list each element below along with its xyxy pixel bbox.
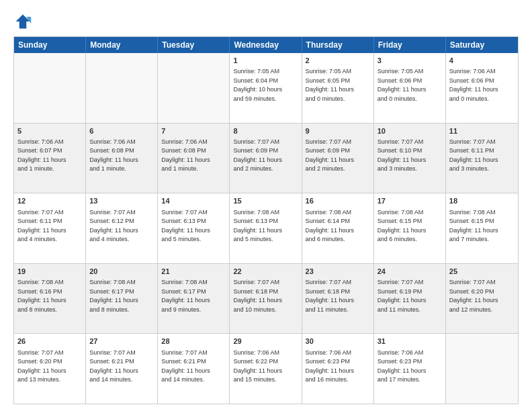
cell-info: Sunrise: 7:07 AMSunset: 6:18 PMDaylight:… — [233, 278, 298, 314]
calendar-cell — [14, 53, 86, 123]
day-number: 22 — [233, 267, 298, 277]
calendar-cell: 26Sunrise: 7:07 AMSunset: 6:20 PMDayligh… — [14, 334, 86, 404]
calendar-week-3: 12Sunrise: 7:07 AMSunset: 6:11 PMDayligh… — [14, 193, 518, 263]
day-number: 3 — [378, 56, 442, 66]
calendar-cell: 12Sunrise: 7:07 AMSunset: 6:11 PMDayligh… — [14, 193, 86, 263]
cell-info: Sunrise: 7:07 AMSunset: 6:21 PMDaylight:… — [89, 349, 154, 385]
day-number: 29 — [233, 336, 298, 347]
cell-info: Sunrise: 7:07 AMSunset: 6:11 PMDaylight:… — [449, 138, 515, 174]
day-number: 24 — [378, 267, 442, 277]
cell-info: Sunrise: 7:08 AMSunset: 6:15 PMDaylight:… — [449, 208, 515, 244]
day-number: 11 — [449, 126, 515, 136]
day-number: 9 — [306, 126, 370, 136]
calendar-cell: 2Sunrise: 7:05 AMSunset: 6:05 PMDaylight… — [302, 53, 374, 123]
day-number: 1 — [233, 56, 298, 66]
calendar-cell: 22Sunrise: 7:07 AMSunset: 6:18 PMDayligh… — [230, 264, 302, 334]
cell-info: Sunrise: 7:06 AMSunset: 6:08 PMDaylight:… — [89, 138, 154, 174]
calendar-cell: 14Sunrise: 7:07 AMSunset: 6:13 PMDayligh… — [158, 193, 230, 263]
day-number: 6 — [89, 126, 154, 136]
header-day-thursday: Thursday — [302, 37, 374, 53]
calendar-cell: 9Sunrise: 7:07 AMSunset: 6:09 PMDaylight… — [302, 124, 374, 193]
day-number: 18 — [449, 196, 515, 206]
day-number: 26 — [17, 336, 82, 347]
calendar-week-2: 5Sunrise: 7:06 AMSunset: 6:07 PMDaylight… — [14, 123, 518, 193]
calendar-cell: 30Sunrise: 7:06 AMSunset: 6:23 PMDayligh… — [302, 334, 374, 404]
day-number: 5 — [17, 126, 82, 136]
header-day-wednesday: Wednesday — [230, 37, 302, 53]
cell-info: Sunrise: 7:08 AMSunset: 6:17 PMDaylight:… — [161, 278, 226, 314]
calendar-week-4: 19Sunrise: 7:08 AMSunset: 6:16 PMDayligh… — [14, 263, 518, 334]
day-number: 15 — [233, 196, 298, 206]
day-number: 30 — [306, 336, 370, 347]
day-number: 8 — [233, 126, 298, 136]
calendar-cell — [86, 53, 158, 123]
calendar-header: SundayMondayTuesdayWednesdayThursdayFrid… — [14, 37, 518, 53]
day-number: 12 — [17, 196, 82, 206]
header — [13, 12, 519, 31]
calendar-cell: 1Sunrise: 7:05 AMSunset: 6:04 PMDaylight… — [230, 53, 302, 123]
day-number: 4 — [449, 56, 515, 66]
calendar-cell: 16Sunrise: 7:08 AMSunset: 6:14 PMDayligh… — [302, 193, 374, 263]
header-day-monday: Monday — [86, 37, 158, 53]
calendar-cell: 23Sunrise: 7:07 AMSunset: 6:18 PMDayligh… — [302, 264, 374, 334]
day-number: 31 — [378, 336, 442, 347]
calendar-cell: 5Sunrise: 7:06 AMSunset: 6:07 PMDaylight… — [14, 124, 86, 193]
cell-info: Sunrise: 7:06 AMSunset: 6:22 PMDaylight:… — [233, 349, 298, 385]
calendar-cell: 17Sunrise: 7:08 AMSunset: 6:15 PMDayligh… — [374, 193, 446, 263]
calendar: SundayMondayTuesdayWednesdayThursdayFrid… — [13, 36, 519, 404]
day-number: 23 — [306, 267, 370, 277]
day-number: 17 — [378, 196, 442, 206]
svg-marker-0 — [16, 15, 30, 29]
cell-info: Sunrise: 7:05 AMSunset: 6:04 PMDaylight:… — [233, 67, 298, 103]
calendar-cell: 15Sunrise: 7:08 AMSunset: 6:13 PMDayligh… — [230, 193, 302, 263]
cell-info: Sunrise: 7:05 AMSunset: 6:05 PMDaylight:… — [306, 67, 370, 103]
cell-info: Sunrise: 7:06 AMSunset: 6:08 PMDaylight:… — [161, 138, 226, 174]
cell-info: Sunrise: 7:08 AMSunset: 6:14 PMDaylight:… — [306, 208, 370, 244]
calendar-cell: 27Sunrise: 7:07 AMSunset: 6:21 PMDayligh… — [86, 334, 158, 404]
header-day-friday: Friday — [374, 37, 446, 53]
calendar-cell: 8Sunrise: 7:07 AMSunset: 6:09 PMDaylight… — [230, 124, 302, 193]
cell-info: Sunrise: 7:07 AMSunset: 6:18 PMDaylight:… — [306, 278, 370, 314]
header-day-sunday: Sunday — [14, 37, 86, 53]
cell-info: Sunrise: 7:07 AMSunset: 6:21 PMDaylight:… — [161, 349, 226, 385]
calendar-cell: 24Sunrise: 7:07 AMSunset: 6:19 PMDayligh… — [374, 264, 446, 334]
cell-info: Sunrise: 7:07 AMSunset: 6:10 PMDaylight:… — [378, 138, 442, 174]
calendar-cell: 25Sunrise: 7:07 AMSunset: 6:20 PMDayligh… — [446, 264, 518, 334]
cell-info: Sunrise: 7:06 AMSunset: 6:07 PMDaylight:… — [17, 138, 82, 174]
calendar-cell: 6Sunrise: 7:06 AMSunset: 6:08 PMDaylight… — [86, 124, 158, 193]
day-number: 20 — [89, 267, 154, 277]
day-number: 28 — [161, 336, 226, 347]
day-number: 27 — [89, 336, 154, 347]
calendar-cell: 31Sunrise: 7:06 AMSunset: 6:23 PMDayligh… — [374, 334, 446, 404]
logo — [13, 12, 35, 31]
calendar-cell: 29Sunrise: 7:06 AMSunset: 6:22 PMDayligh… — [230, 334, 302, 404]
calendar-body: 1Sunrise: 7:05 AMSunset: 6:04 PMDaylight… — [14, 53, 518, 404]
cell-info: Sunrise: 7:08 AMSunset: 6:17 PMDaylight:… — [89, 278, 154, 314]
calendar-cell: 19Sunrise: 7:08 AMSunset: 6:16 PMDayligh… — [14, 264, 86, 334]
calendar-cell: 4Sunrise: 7:06 AMSunset: 6:06 PMDaylight… — [446, 53, 518, 123]
day-number: 14 — [161, 196, 226, 206]
day-number: 25 — [449, 267, 515, 277]
calendar-cell: 28Sunrise: 7:07 AMSunset: 6:21 PMDayligh… — [158, 334, 230, 404]
calendar-cell: 13Sunrise: 7:07 AMSunset: 6:12 PMDayligh… — [86, 193, 158, 263]
day-number: 10 — [378, 126, 442, 136]
calendar-cell: 20Sunrise: 7:08 AMSunset: 6:17 PMDayligh… — [86, 264, 158, 334]
calendar-cell — [158, 53, 230, 123]
day-number: 13 — [89, 196, 154, 206]
day-number: 19 — [17, 267, 82, 277]
cell-info: Sunrise: 7:07 AMSunset: 6:19 PMDaylight:… — [378, 278, 442, 314]
header-day-saturday: Saturday — [446, 37, 518, 53]
cell-info: Sunrise: 7:06 AMSunset: 6:06 PMDaylight:… — [449, 67, 515, 103]
calendar-cell: 21Sunrise: 7:08 AMSunset: 6:17 PMDayligh… — [158, 264, 230, 334]
calendar-cell: 3Sunrise: 7:05 AMSunset: 6:06 PMDaylight… — [374, 53, 446, 123]
header-day-tuesday: Tuesday — [158, 37, 230, 53]
cell-info: Sunrise: 7:06 AMSunset: 6:23 PMDaylight:… — [306, 349, 370, 385]
day-number: 21 — [161, 267, 226, 277]
calendar-cell — [446, 334, 518, 404]
calendar-cell: 18Sunrise: 7:08 AMSunset: 6:15 PMDayligh… — [446, 193, 518, 263]
cell-info: Sunrise: 7:06 AMSunset: 6:23 PMDaylight:… — [378, 349, 442, 385]
page: SundayMondayTuesdayWednesdayThursdayFrid… — [0, 0, 532, 411]
cell-info: Sunrise: 7:08 AMSunset: 6:16 PMDaylight:… — [17, 278, 82, 314]
cell-info: Sunrise: 7:07 AMSunset: 6:12 PMDaylight:… — [89, 208, 154, 244]
cell-info: Sunrise: 7:05 AMSunset: 6:06 PMDaylight:… — [378, 67, 442, 103]
